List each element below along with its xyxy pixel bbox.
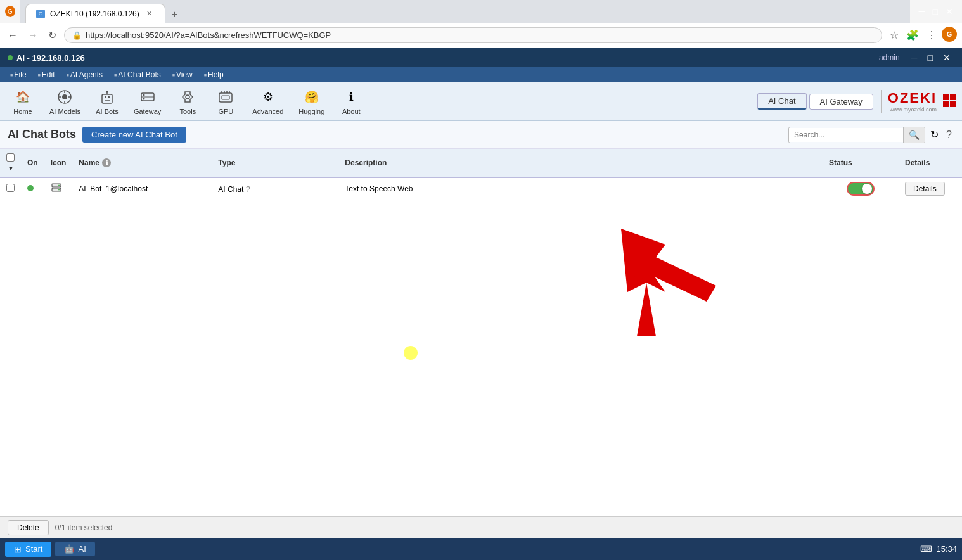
ozeki-grid-icon (942, 93, 957, 110)
toolbar-hugging-button[interactable]: 🤗 Hugging (292, 85, 331, 118)
svg-rect-23 (943, 94, 949, 100)
ai-bots-icon (98, 87, 117, 106)
connection-status-dot (8, 55, 13, 60)
app-minimize-button[interactable]: ─ (907, 51, 921, 64)
svg-point-29 (58, 185, 60, 186)
bot-type: AI Chat ? (212, 177, 338, 200)
svg-rect-8 (108, 96, 110, 98)
svg-rect-18 (222, 96, 229, 99)
gpu-icon (216, 87, 235, 106)
toolbar-gateway-button[interactable]: Gateway (127, 85, 167, 118)
ai-models-icon (55, 87, 74, 106)
profile-icon[interactable]: G (5, 6, 15, 16)
about-icon: ℹ (342, 87, 361, 106)
ozeki-url-text: www.myozeki.com (890, 106, 937, 113)
tools-icon (178, 87, 197, 106)
table-row: AI_Bot_1@localhost AI Chat ? Text to Spe… (0, 177, 962, 200)
taskbar-ai-label: AI (78, 544, 86, 554)
menu-view[interactable]: View (167, 69, 198, 80)
minimize-button[interactable]: ─ (915, 5, 929, 18)
col-header-checkbox: ▼ (0, 149, 21, 177)
ozeki-brand-text: OZEKI (888, 90, 937, 106)
toolbar-ai-models-button[interactable]: AI Models (43, 85, 87, 118)
svg-point-14 (143, 94, 144, 96)
page-title: AI Chat Bots (8, 128, 76, 141)
taskbar-ai-icon: 🤖 (64, 544, 74, 554)
hugging-icon: 🤗 (302, 87, 321, 106)
svg-rect-7 (105, 96, 106, 98)
refresh-button[interactable]: ↻ (928, 126, 941, 143)
col-header-details: Details (899, 149, 962, 177)
hugging-label: Hugging (298, 108, 324, 115)
ai-gateway-tab-button[interactable]: AI Gateway (809, 94, 873, 110)
start-button[interactable]: ⊞ Start (5, 542, 51, 557)
home-label: Home (13, 108, 32, 115)
keyboard-icon: ⌨ (920, 544, 932, 554)
extensions-button[interactable]: 🧩 (904, 27, 921, 44)
bot-name: AI_Bot_1@localhost (72, 177, 212, 200)
ai-chat-tab-button[interactable]: AI Chat (757, 93, 806, 110)
toolbar-gpu-button[interactable]: GPU (208, 85, 243, 118)
app-close-button[interactable]: ✕ (939, 51, 954, 64)
menu-help[interactable]: Help (199, 69, 229, 80)
delete-button[interactable]: Delete (8, 520, 49, 535)
status-toggle[interactable] (847, 182, 875, 196)
svg-point-11 (106, 91, 108, 93)
svg-rect-17 (219, 93, 232, 102)
more-button[interactable]: ⋮ (924, 27, 939, 44)
tools-label: Tools (180, 108, 196, 115)
help-button[interactable]: ? (944, 127, 954, 143)
browser-tab[interactable]: O OZEKI 10 (192.168.0.126) ✕ (25, 4, 165, 23)
reload-button[interactable]: ↻ (46, 27, 59, 44)
toolbar-home-button[interactable]: 🏠 Home (5, 85, 41, 118)
name-info-icon[interactable]: ℹ (102, 158, 111, 167)
type-help-icon[interactable]: ? (246, 184, 250, 194)
edge-profile-button[interactable]: G (942, 27, 957, 42)
svg-point-15 (143, 98, 144, 100)
app-maximize-button[interactable]: □ (924, 51, 937, 64)
row-checkbox[interactable] (6, 184, 15, 192)
maximize-button[interactable]: □ (929, 5, 942, 18)
svg-rect-26 (950, 101, 956, 107)
logged-in-user: admin (879, 53, 900, 62)
col-header-status: Status (823, 149, 899, 177)
new-tab-button[interactable]: + (167, 6, 183, 23)
tab-close-button[interactable]: ✕ (144, 9, 155, 19)
toolbar-advanced-button[interactable]: ⚙ Advanced (246, 85, 290, 118)
gateway-label: Gateway (134, 108, 161, 115)
start-label: Start (25, 544, 42, 554)
ai-models-label: AI Models (49, 108, 80, 115)
svg-point-1 (62, 94, 67, 99)
taskbar-ai-button[interactable]: 🤖 AI (55, 542, 94, 556)
ozeki-logo: OZEKI www.myozeki.com (881, 90, 937, 113)
search-button[interactable]: 🔍 (903, 127, 925, 143)
svg-rect-6 (102, 94, 112, 103)
select-all-checkbox[interactable] (6, 153, 15, 162)
gpu-label: GPU (218, 108, 233, 115)
menu-edit[interactable]: Edit (33, 69, 60, 80)
search-input[interactable] (789, 128, 903, 142)
menu-ai-agents[interactable]: AI Agents (61, 69, 108, 80)
col-header-description: Description (338, 149, 823, 177)
forward-button[interactable]: → (25, 27, 41, 44)
toolbar-tools-button[interactable]: Tools (170, 85, 205, 118)
col-header-icon: Icon (44, 149, 73, 177)
toolbar-about-button[interactable]: ℹ About (333, 85, 369, 118)
advanced-icon: ⚙ (259, 87, 278, 106)
bot-server-icon (51, 184, 62, 195)
toolbar-ai-bots-button[interactable]: AI Bots (89, 85, 125, 118)
close-button[interactable]: ✕ (942, 5, 957, 18)
gateway-icon (138, 87, 157, 106)
back-button[interactable]: ← (5, 27, 20, 44)
svg-rect-24 (950, 94, 956, 100)
col-header-type: Type (212, 149, 338, 177)
details-button[interactable]: Details (905, 182, 945, 196)
online-status-dot (27, 185, 34, 191)
bot-description: Text to Speech Web (338, 177, 823, 200)
secure-icon: 🔒 (72, 31, 82, 40)
menu-file[interactable]: File (5, 69, 32, 80)
bookmark-button[interactable]: ☆ (887, 27, 901, 44)
menu-ai-chat-bots[interactable]: AI Chat Bots (109, 69, 166, 80)
create-new-bot-button[interactable]: Create new AI Chat Bot (82, 127, 186, 143)
url-text: https://localhost:9520/AI/?a=AIBots&ncre… (86, 30, 874, 40)
